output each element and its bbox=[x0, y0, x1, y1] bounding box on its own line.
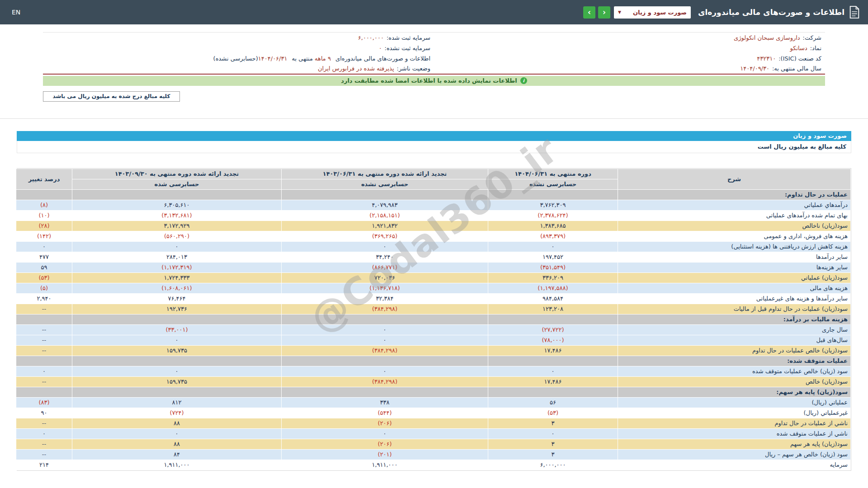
value-cell: ۰ bbox=[282, 366, 488, 376]
row-label: عملیات متوقف شده: bbox=[618, 356, 851, 366]
value-cell: (۲۰۶) bbox=[282, 418, 488, 428]
value-cell: (۱,۱۹۷,۵۸۸) bbox=[488, 283, 618, 293]
statement-data-row: سود(زیان) ناخالص۱,۳۸۳,۶۸۵۱,۹۲۱,۸۳۲۳,۱۷۲,… bbox=[16, 221, 851, 231]
value-cell: ۲۸۴,۰۱۳ bbox=[72, 252, 282, 262]
income-statement-table: شرح دوره منتهی به ۱۴۰۴/۰۶/۳۱ تجدید ارائه… bbox=[16, 169, 851, 470]
change-percent-cell: ۰ bbox=[16, 241, 72, 252]
value-cell: (۷۸,۰۰۰) bbox=[488, 335, 618, 345]
page-title: اطلاعات و صورت‌های مالی میاندوره‌ای bbox=[698, 8, 844, 17]
chevron-down-icon: ▼ bbox=[618, 10, 621, 14]
value-cell: ۱۵۹,۷۳۵ bbox=[72, 345, 282, 356]
report-document-icon[interactable] bbox=[849, 6, 860, 19]
statement-title-bar: صورت سود و زیان bbox=[17, 131, 851, 141]
column-subheader-audit-status: حسابرسی نشده bbox=[488, 179, 618, 189]
statement-data-row: سود(زیان) عملیات در حال تداوم قبل از مال… bbox=[16, 304, 851, 314]
change-percent-cell: (۲۸) bbox=[16, 221, 72, 231]
value-cell: ۷۶,۴۶۴ bbox=[72, 293, 282, 304]
value-cell: (۲۷,۷۲۲) bbox=[488, 324, 618, 335]
change-percent-cell: -- bbox=[16, 335, 72, 345]
row-label: هزینه های فروش، اداری و عمومی bbox=[618, 231, 851, 241]
value-cell: ۵۶ bbox=[488, 397, 618, 408]
column-header-period-restated-mid: تجدید ارائه شده دوره منتهی به ۱۴۰۳/۰۶/۳۱ bbox=[282, 169, 488, 179]
language-toggle-en[interactable]: EN bbox=[8, 7, 24, 18]
info-table-body: شرکت:داروسازی سبحان انکولوژیسرمایه ثبت ش… bbox=[43, 33, 825, 74]
change-percent-cell bbox=[16, 356, 72, 366]
value-cell: (۱,۶۰۸,۰۶۱) bbox=[72, 283, 282, 293]
row-label: عملیاتي (ریال) bbox=[618, 397, 851, 408]
value-cell bbox=[72, 314, 282, 324]
value-cell bbox=[282, 314, 488, 324]
info-value: دسانکو bbox=[790, 45, 807, 52]
info-cell: اطلاعات و صورت‌های مالی میاندوره‌ای ۹ ما… bbox=[43, 53, 434, 64]
info-cell: کد صنعت (ISIC):۴۳۲۳۱۰ bbox=[434, 53, 825, 64]
change-percent-cell: -- bbox=[16, 324, 72, 335]
statement-data-row: سود(زیان) پایه هر سهم۳(۲۰۶)۸۸-- bbox=[16, 439, 851, 449]
company-info-section: شرکت:داروسازی سبحان انکولوژیسرمایه ثبت ش… bbox=[43, 32, 825, 86]
info-label: شرکت: bbox=[803, 34, 821, 41]
row-label: هزینه های مالی bbox=[618, 283, 851, 293]
info-cell: شرکت:داروسازی سبحان انکولوژی bbox=[434, 33, 825, 43]
signature-match-text: اطلاعات نمایش داده شده با اطلاعات امضا ش… bbox=[341, 77, 517, 84]
value-cell: ۱۹۲,۷۳۶ bbox=[72, 304, 282, 314]
page: اطلاعات و صورت‌های مالی میاندوره‌ای صورت… bbox=[0, 0, 868, 488]
divider bbox=[0, 118, 868, 119]
value-cell: ۳ bbox=[488, 439, 618, 449]
statement-data-row: سود(زیان) عملیاتي۳۳۶,۲۰۹۷۲۰,۰۳۶۱,۷۲۴,۳۳۳… bbox=[16, 272, 851, 283]
info-label: اطلاعات و صورت‌های مالی میاندوره‌ای bbox=[334, 55, 430, 62]
prev-statement-button[interactable]: › bbox=[583, 6, 595, 19]
statement-table-body: عملیات در حال تداوم:درآمدهاي عملياتي۳,۷۶… bbox=[16, 189, 851, 470]
chevron-left-icon: ‹ bbox=[603, 8, 606, 17]
value-cell: ۳۲,۳۸۴ bbox=[282, 293, 488, 304]
statement-data-row: ناشي از عملیات متوقف شده۰۰۰۰ bbox=[16, 428, 851, 439]
change-percent-cell bbox=[16, 189, 72, 200]
row-label: سود (زیان) خالص هر سهم – ریال bbox=[618, 449, 851, 460]
row-label: سرمایه bbox=[618, 460, 851, 470]
statement-section: صورت سود و زیان کلیه مبالغ به میلیون ریا… bbox=[17, 131, 851, 471]
change-percent-cell bbox=[16, 314, 72, 324]
info-label: منتهی به bbox=[290, 55, 315, 62]
value-cell: ۰ bbox=[72, 335, 282, 345]
change-percent-cell: -- bbox=[16, 439, 72, 449]
row-label: سال جاری bbox=[618, 324, 851, 335]
change-percent-cell: (۸۳) bbox=[16, 397, 72, 408]
value-cell bbox=[488, 387, 618, 397]
value-cell: ۰ bbox=[282, 324, 488, 335]
value-cell: (۵۳) bbox=[488, 408, 618, 418]
column-header-period-restated-annual: تجدید ارائه شده دوره منتهی به ۱۴۰۳/۰۹/۳۰ bbox=[72, 169, 282, 179]
value-cell: ۸۱۲ bbox=[72, 397, 282, 408]
statement-data-row: سود (زیان) خالص عملیات متوقف شده۰۰۰۰ bbox=[16, 366, 851, 376]
value-cell: ۰ bbox=[282, 241, 488, 252]
value-cell: (۵۶۰,۲۹۰) bbox=[72, 231, 282, 241]
info-cell: وضعیت ناشر:پذیرفته شده در فرابورس ایران bbox=[43, 64, 434, 74]
change-percent-cell: ۰ bbox=[16, 428, 72, 439]
value-cell: (۳۸۴,۲۹۸) bbox=[282, 376, 488, 387]
statement-data-row: سود(زیان) خالص۱۷,۴۸۶(۳۸۴,۲۹۸)۱۵۹,۷۳۵-- bbox=[16, 376, 851, 387]
info-value: ۹ ماهه bbox=[315, 55, 331, 62]
value-cell bbox=[72, 356, 282, 366]
statement-section-row: عملیات متوقف شده: bbox=[16, 356, 851, 366]
column-header-period-current: دوره منتهی به ۱۴۰۴/۰۶/۳۱ bbox=[488, 169, 618, 179]
value-cell: ۹۸۴,۵۸۴ bbox=[488, 293, 618, 304]
million-rial-note-text: کلیه مبالغ درج شده به میلیون ریال می باش… bbox=[53, 93, 170, 99]
amounts-unit-note: کلیه مبالغ به میلیون ریال است bbox=[17, 141, 851, 153]
next-statement-button[interactable]: ‹ bbox=[598, 6, 610, 19]
value-cell: ۰ bbox=[72, 366, 282, 376]
chevron-right-icon: › bbox=[588, 8, 591, 17]
value-cell: (۷۲۴) bbox=[72, 408, 282, 418]
value-cell: (۳۵۱,۵۴۹) bbox=[488, 262, 618, 272]
million-rial-note: کلیه مبالغ درج شده به میلیون ریال می باش… bbox=[43, 91, 180, 102]
value-cell: ۴,۰۷۹,۹۸۳ bbox=[282, 200, 488, 210]
statement-title: صورت سود و زیان bbox=[793, 132, 847, 139]
statement-data-row: هزینه کاهش ارزش دریافتنی ها (هزینه استثن… bbox=[16, 241, 851, 252]
row-label: سود (زیان) خالص عملیات متوقف شده bbox=[618, 366, 851, 376]
value-cell: ۳۳۶,۲۰۹ bbox=[488, 272, 618, 283]
statement-type-select[interactable]: صورت سود و زیان ▼ bbox=[614, 6, 691, 19]
change-percent-cell: ۵۹ bbox=[16, 262, 72, 272]
value-cell: (۱,۱۳۶,۷۱۸) bbox=[282, 283, 488, 293]
info-label: نماد: bbox=[810, 45, 821, 52]
info-value: ۱۴۰۴/۰۶/۳۱ bbox=[258, 55, 288, 62]
value-cell: (۳۳,۰۰۱) bbox=[72, 324, 282, 335]
value-cell: ۱۲۳,۲۰۸ bbox=[488, 304, 618, 314]
value-cell: (۳۸۴,۲۹۸) bbox=[282, 345, 488, 356]
change-percent-cell: (۱۴۲) bbox=[16, 231, 72, 241]
